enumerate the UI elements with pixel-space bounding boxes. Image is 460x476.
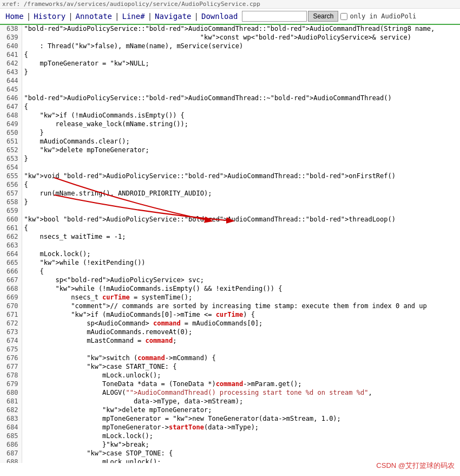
line-number[interactable]: 652 [0,146,22,155]
line-number[interactable]: 649 [0,120,22,129]
line-number[interactable]: 655 [0,172,22,181]
code-line: mLock.lock(); [22,250,460,259]
code-line: "kw">while (!exitPending()) [22,259,460,268]
line-number[interactable]: 676 [0,354,22,363]
table-row: 660"kw">bool "bold-red">AudioPolicyServi… [0,216,460,224]
table-row: 656{ [0,181,460,190]
line-number[interactable]: 668 [0,285,22,294]
line-number[interactable]: 688 [0,458,22,463]
line-number[interactable]: 680 [0,389,22,397]
line-number[interactable]: 671 [0,311,22,319]
line-number[interactable]: 678 [0,371,22,380]
code-line: "bold-red">AudioPolicyService::"bold-red… [22,94,460,103]
line-number[interactable]: 646 [0,94,22,103]
code-line [22,242,460,250]
code-area[interactable]: 638"bold-red">AudioPolicyService::"bold-… [0,25,460,463]
line-number[interactable]: 647 [0,103,22,112]
line-number[interactable]: 650 [0,129,22,138]
code-line: } [22,155,460,164]
line-number[interactable]: 685 [0,432,22,441]
code-line [22,77,460,86]
nav-bar: Home | History | Annotate | Line# | Navi… [0,9,460,25]
line-number[interactable]: 642 [0,60,22,68]
line-number[interactable]: 682 [0,406,22,415]
nav-navigate[interactable]: Navigate [153,11,193,22]
line-number[interactable]: 681 [0,397,22,406]
table-row: 655"kw">void "bold-red">AudioPolicyServi… [0,172,460,181]
line-number[interactable]: 662 [0,233,22,242]
table-row: 638"bold-red">AudioPolicyService::"bold-… [0,25,460,34]
table-row: 670 "comment">// commands are sorted by … [0,302,460,311]
nav-download[interactable]: Download [199,11,240,22]
code-wrapper: 638"bold-red">AudioPolicyService::"bold-… [0,25,460,463]
table-row: 651 mAudioCommands.clear(); [0,138,460,146]
search-button[interactable]: Search [308,11,338,22]
line-number[interactable]: 684 [0,423,22,432]
line-number[interactable]: 670 [0,302,22,311]
line-number[interactable]: 664 [0,250,22,259]
table-row: 662 nsecs_t waitTime = -1; [0,233,460,242]
table-row: 659 [0,207,460,216]
table-row: 679 ToneData *data = (ToneData *)command… [0,380,460,389]
table-row: 640 : Thread("kw">false), mName(name), m… [0,42,460,51]
table-row: 672 sp<AudioCommand> command = mAudioCom… [0,319,460,328]
code-line: "kw">bool "bold-red">AudioPolicyService:… [22,216,460,224]
code-line: sp<"bold-red">AudioPolicyService> svc; [22,276,460,285]
code-line: mpToneGenerator = "kw">NULL; [22,60,460,68]
line-number[interactable]: 675 [0,345,22,354]
line-number[interactable]: 673 [0,328,22,337]
line-number[interactable]: 679 [0,380,22,389]
line-number[interactable]: 641 [0,51,22,60]
line-number[interactable]: 659 [0,207,22,216]
only-checkbox[interactable] [340,13,347,20]
search-input[interactable] [242,11,307,22]
nav-annotate[interactable]: Annotate [74,11,114,22]
table-row: 654 [0,164,460,172]
nav-lineno[interactable]: Line# [120,11,147,22]
line-number[interactable]: 677 [0,363,22,371]
code-line: mAudioCommands.removeAt(0); [22,328,460,337]
table-row: 673 mAudioCommands.removeAt(0); [0,328,460,337]
line-number[interactable]: 683 [0,415,22,423]
line-number[interactable]: 656 [0,181,22,190]
line-number[interactable]: 663 [0,242,22,250]
nav-sep-2: | [68,12,73,21]
line-number[interactable]: 669 [0,294,22,302]
code-line [22,86,460,94]
nav-home[interactable]: Home [3,11,26,22]
line-number[interactable]: 654 [0,164,22,172]
line-number[interactable]: 653 [0,155,22,164]
table-row: 685 mLock.lock(); [0,432,460,441]
table-row: 646"bold-red">AudioPolicyService::"bold-… [0,94,460,103]
line-number[interactable]: 661 [0,224,22,233]
line-number[interactable]: 643 [0,68,22,77]
code-line: "comment">// commands are sorted by incr… [22,302,460,311]
line-number[interactable]: 644 [0,77,22,86]
line-number[interactable]: 672 [0,319,22,328]
line-number[interactable]: 687 [0,449,22,458]
table-row: 657 run(mName.string(), ANDROID_PRIORITY… [0,190,460,198]
line-number[interactable]: 658 [0,198,22,207]
code-line: ToneData *data = (ToneData *)command->mP… [22,380,460,389]
line-number[interactable]: 660 [0,216,22,224]
line-number[interactable]: 640 [0,42,22,51]
code-line: sp<AudioCommand> command = mAudioCommand… [22,319,460,328]
code-line: ALOGV("">AudioCommandThread() processing… [22,389,460,397]
code-line: mLock.unlock(); [22,371,460,380]
line-number[interactable]: 651 [0,138,22,146]
code-table: 638"bold-red">AudioPolicyService::"bold-… [0,25,460,463]
line-number[interactable]: 648 [0,112,22,120]
code-line: "kw">const wp<"bold-red">AudioPolicyServ… [22,34,460,42]
line-number[interactable]: 645 [0,86,22,94]
line-number[interactable]: 674 [0,337,22,345]
line-number[interactable]: 639 [0,34,22,42]
line-number[interactable]: 657 [0,190,22,198]
line-number[interactable]: 666 [0,268,22,276]
line-number[interactable]: 686 [0,441,22,449]
line-number[interactable]: 667 [0,276,22,285]
code-line: { [22,103,460,112]
nav-history[interactable]: History [31,11,68,22]
line-number[interactable]: 665 [0,259,22,268]
code-line: "kw">switch (command->mCommand) { [22,354,460,363]
line-number[interactable]: 638 [0,25,22,34]
